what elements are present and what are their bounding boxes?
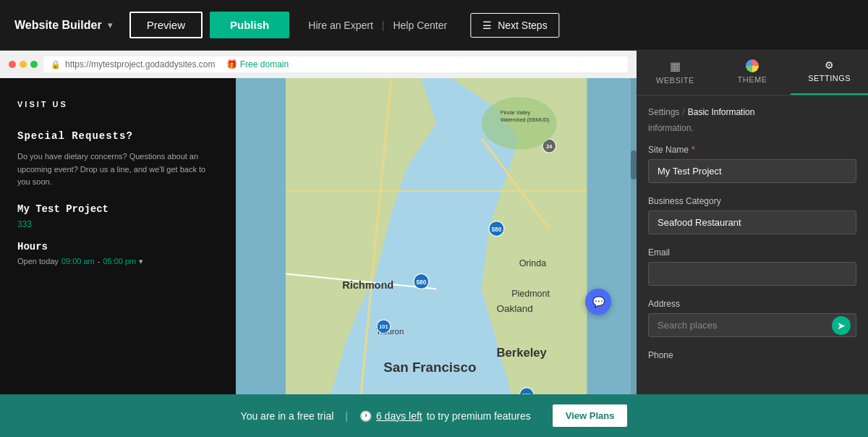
main-content: 🔒 https://mytestproject.godaddysites.com… bbox=[0, 51, 868, 394]
svg-point-25 bbox=[481, 97, 556, 150]
map-section: Richmond Berkeley San Francisco Oakland … bbox=[236, 78, 637, 394]
email-label: Email bbox=[648, 247, 856, 258]
website-left-section: VISIT US Special Requests? Do you have d… bbox=[0, 78, 236, 394]
phone-field: Phone bbox=[648, 350, 856, 360]
nav-separator: | bbox=[382, 20, 385, 31]
hours-start[interactable]: 09:00 am bbox=[61, 257, 95, 266]
address-label: Address bbox=[648, 299, 856, 309]
address-input[interactable] bbox=[648, 313, 856, 337]
tab-settings-label: SETTINGS bbox=[808, 74, 851, 82]
gift-icon: 🎁 bbox=[226, 59, 237, 69]
brand-chevron-icon: ▾ bbox=[108, 20, 112, 30]
hours-end[interactable]: 05:00 pm bbox=[103, 257, 136, 266]
tab-settings[interactable]: ⚙ SETTINGS bbox=[791, 51, 868, 95]
svg-text:Oakland: Oakland bbox=[496, 303, 532, 314]
hours-label: Hours bbox=[17, 241, 218, 253]
special-requests-title: Special Requests? bbox=[17, 130, 218, 142]
address-field: Address ➤ bbox=[648, 299, 856, 337]
tab-website-label: WEBSITE bbox=[656, 76, 694, 85]
site-name-input[interactable] bbox=[648, 159, 856, 183]
next-steps-label: Next Steps bbox=[498, 20, 547, 31]
map-svg: Richmond Berkeley San Francisco Oakland … bbox=[236, 78, 637, 394]
svg-text:880: 880 bbox=[522, 392, 531, 394]
svg-text:Berkeley: Berkeley bbox=[496, 346, 547, 360]
help-center-link[interactable]: Help Center bbox=[393, 20, 447, 31]
svg-text:Piedmont: Piedmont bbox=[511, 289, 550, 299]
svg-text:580: 580 bbox=[416, 279, 426, 286]
right-tabs: ▦ WEBSITE THEME ⚙ SETTINGS bbox=[637, 51, 868, 96]
map-pin-icon: 💬 bbox=[592, 296, 605, 307]
dot-yellow bbox=[20, 61, 27, 68]
preview-panel: 🔒 https://mytestproject.godaddysites.com… bbox=[0, 51, 637, 394]
project-name: My Test Project bbox=[17, 203, 218, 215]
address-search-button[interactable]: ➤ bbox=[832, 316, 851, 335]
days-left-group: 🕐 6 days left to try premium features bbox=[359, 410, 531, 422]
hours-chevron-icon: ▾ bbox=[139, 257, 143, 266]
free-trial-text: You are in a free trial bbox=[241, 410, 334, 422]
svg-text:Pinole Valley: Pinole Valley bbox=[500, 109, 530, 116]
next-steps-icon: ☰ bbox=[482, 20, 492, 31]
bottom-bar: You are in a free trial | 🕐 6 days left … bbox=[0, 394, 868, 437]
free-domain-label: Free domain bbox=[240, 59, 289, 69]
svg-text:Watershed (EBMUD): Watershed (EBMUD) bbox=[500, 116, 549, 123]
publish-button[interactable]: Publish bbox=[210, 12, 289, 38]
browser-bar: 🔒 https://mytestproject.godaddysites.com… bbox=[0, 51, 637, 78]
svg-text:24: 24 bbox=[546, 143, 552, 150]
days-left-link[interactable]: 6 days left bbox=[376, 410, 422, 422]
next-steps-button[interactable]: ☰ Next Steps bbox=[470, 13, 559, 38]
free-domain-link[interactable]: 🎁 Free domain bbox=[226, 59, 289, 69]
special-requests-desc: Do you have dietary concerns? Questions … bbox=[17, 150, 218, 189]
svg-text:Orinda: Orinda bbox=[519, 258, 545, 268]
website-preview: VISIT US Special Requests? Do you have d… bbox=[0, 78, 637, 394]
to-try-text: to try premium features bbox=[427, 410, 531, 422]
settings-description: information. bbox=[648, 123, 856, 133]
breadcrumb-current: Basic Information bbox=[688, 107, 755, 117]
dot-red bbox=[9, 61, 16, 68]
business-category-field: Business Category bbox=[648, 196, 856, 234]
site-name-required: * bbox=[692, 145, 695, 155]
settings-content: Settings / Basic Information information… bbox=[637, 96, 868, 394]
location-arrow-icon: ➤ bbox=[837, 320, 846, 331]
view-plans-button[interactable]: View Plans bbox=[553, 404, 628, 427]
svg-text:580: 580 bbox=[491, 226, 501, 233]
top-center-nav: Hire an Expert | Help Center ☰ Next Step… bbox=[308, 13, 559, 38]
project-number[interactable]: 333 bbox=[17, 219, 218, 229]
open-today-text: Open today bbox=[17, 257, 59, 266]
bottom-sep: | bbox=[345, 410, 348, 422]
email-label-text: Email bbox=[648, 247, 670, 258]
settings-gear-icon: ⚙ bbox=[825, 59, 835, 71]
hours-dash: - bbox=[98, 257, 101, 266]
dot-green bbox=[30, 61, 38, 68]
email-field: Email bbox=[648, 247, 856, 286]
svg-text:Richmond: Richmond bbox=[342, 279, 393, 291]
phone-label: Phone bbox=[648, 350, 856, 360]
brand-label: Website Builder bbox=[14, 19, 102, 32]
breadcrumb: Settings / Basic Information bbox=[648, 107, 856, 117]
url-text: https://mytestproject.godaddysites.com bbox=[65, 59, 215, 69]
email-input[interactable] bbox=[648, 262, 856, 286]
business-category-label-text: Business Category bbox=[648, 196, 721, 206]
phone-label-text: Phone bbox=[648, 350, 673, 360]
business-category-input[interactable] bbox=[648, 211, 856, 234]
top-bar: Website Builder ▾ Preview Publish Hire a… bbox=[0, 0, 868, 51]
visit-us-heading: VISIT US bbox=[17, 100, 218, 109]
hire-expert-link[interactable]: Hire an Expert bbox=[308, 20, 373, 31]
clock-icon: 🕐 bbox=[359, 410, 372, 422]
preview-button[interactable]: Preview bbox=[129, 12, 203, 38]
scrollbar[interactable] bbox=[631, 78, 637, 394]
tab-website[interactable]: ▦ WEBSITE bbox=[637, 51, 714, 95]
hours-value: Open today 09:00 am - 05:00 pm ▾ bbox=[17, 257, 218, 266]
brand[interactable]: Website Builder ▾ bbox=[14, 19, 112, 32]
business-category-label: Business Category bbox=[648, 196, 856, 206]
right-panel: ▦ WEBSITE THEME ⚙ SETTINGS Settings / Ba… bbox=[637, 51, 868, 394]
tab-theme[interactable]: THEME bbox=[714, 51, 791, 95]
address-label-text: Address bbox=[648, 299, 680, 309]
site-name-field: Site Name * bbox=[648, 145, 856, 183]
browser-dots bbox=[9, 61, 38, 68]
site-name-label-text: Site Name bbox=[648, 145, 689, 155]
browser-url-bar[interactable]: 🔒 https://mytestproject.godaddysites.com… bbox=[43, 56, 628, 72]
website-icon: ▦ bbox=[670, 59, 681, 73]
theme-color-icon bbox=[746, 59, 759, 72]
breadcrumb-settings-link[interactable]: Settings bbox=[648, 107, 679, 117]
breadcrumb-separator: / bbox=[682, 107, 684, 117]
